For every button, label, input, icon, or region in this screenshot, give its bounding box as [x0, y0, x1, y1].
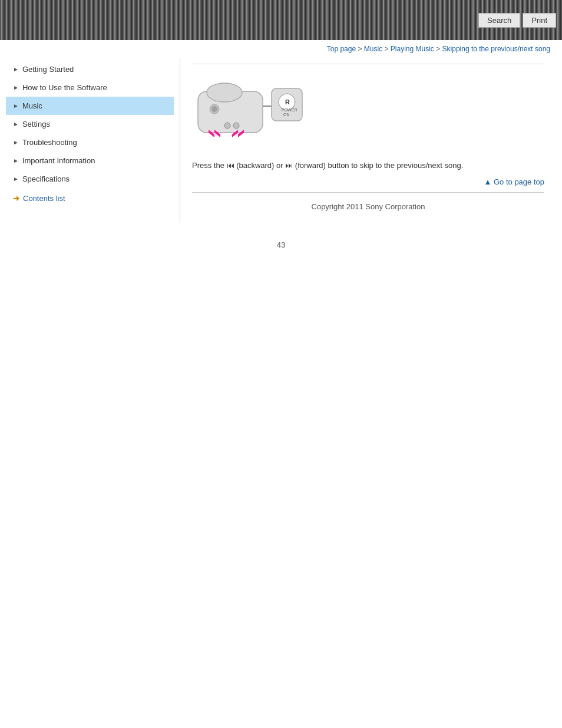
- breadcrumb-sep3: >: [436, 45, 442, 53]
- device-image-area: R POWER ON: [192, 74, 544, 150]
- sidebar-label-important-information: Important Information: [22, 156, 95, 165]
- breadcrumb-playing-music[interactable]: Playing Music: [391, 45, 434, 53]
- svg-text:POWER: POWER: [282, 108, 297, 112]
- svg-text:ON: ON: [283, 113, 290, 117]
- sidebar-label-settings: Settings: [22, 120, 50, 129]
- print-button[interactable]: Print: [523, 13, 556, 28]
- breadcrumb-sep1: >: [358, 45, 363, 53]
- breadcrumb-top-page[interactable]: Top page: [327, 45, 356, 53]
- sidebar-item-important-information[interactable]: ► Important Information: [6, 151, 174, 170]
- breadcrumb-current[interactable]: Skipping to the previous/next song: [442, 45, 550, 53]
- arrow-icon-music: ►: [13, 103, 19, 109]
- breadcrumb-sep2: >: [384, 45, 390, 53]
- contents-list-label: Contents list: [23, 194, 65, 203]
- sidebar: ► Getting Started ► How to Use the Softw…: [6, 58, 174, 223]
- svg-point-5: [233, 123, 239, 129]
- arrow-icon-how-to-use: ►: [13, 84, 19, 91]
- arrow-right-icon: ➔: [13, 194, 19, 203]
- search-button[interactable]: Search: [478, 13, 520, 28]
- device-illustration: R POWER ON: [192, 74, 310, 150]
- breadcrumb-music[interactable]: Music: [364, 45, 382, 53]
- copyright: Copyright 2011 Sony Corporation: [192, 202, 544, 211]
- breadcrumb: Top page > Music > Playing Music > Skipp…: [0, 40, 562, 55]
- svg-point-4: [224, 123, 230, 129]
- svg-point-1: [207, 83, 242, 102]
- sidebar-item-getting-started[interactable]: ► Getting Started: [6, 60, 174, 78]
- main-layout: ► Getting Started ► How to Use the Softw…: [0, 58, 562, 223]
- sidebar-label-troubleshooting: Troubleshooting: [22, 138, 77, 147]
- arrow-icon-settings: ►: [13, 121, 19, 127]
- sidebar-item-specifications[interactable]: ► Specifications: [6, 170, 174, 188]
- arrow-icon-troubleshooting: ►: [13, 139, 19, 146]
- svg-point-3: [211, 106, 217, 112]
- sidebar-label-getting-started: Getting Started: [22, 65, 74, 74]
- bottom-divider: [192, 192, 544, 193]
- arrow-icon-important-information: ►: [13, 157, 19, 164]
- sidebar-item-settings[interactable]: ► Settings: [6, 115, 174, 133]
- header-bar: Search Print: [0, 0, 562, 40]
- svg-text:R: R: [285, 98, 290, 106]
- instruction-text: Press the ⏮ (backward) or ⏭ (forward) bu…: [192, 160, 544, 172]
- sidebar-item-music[interactable]: ► Music: [6, 97, 174, 115]
- sidebar-label-how-to-use: How to Use the Software: [22, 83, 107, 92]
- sidebar-item-troubleshooting[interactable]: ► Troubleshooting: [6, 133, 174, 151]
- arrow-icon-getting-started: ►: [13, 66, 19, 73]
- go-to-top-area: ▲ Go to page top: [192, 177, 544, 186]
- arrow-icon-specifications: ►: [13, 176, 19, 182]
- sidebar-item-how-to-use[interactable]: ► How to Use the Software: [6, 78, 174, 97]
- contents-list-link[interactable]: ➔ Contents list: [6, 188, 174, 209]
- top-divider: [192, 64, 544, 64]
- content-area: R POWER ON Press the ⏮ (backward) or ⏭ (…: [180, 58, 556, 223]
- sidebar-label-specifications: Specifications: [22, 174, 70, 183]
- go-to-page-top-link[interactable]: ▲ Go to page top: [484, 177, 545, 186]
- page-number: 43: [0, 241, 562, 249]
- sidebar-label-music: Music: [22, 101, 42, 110]
